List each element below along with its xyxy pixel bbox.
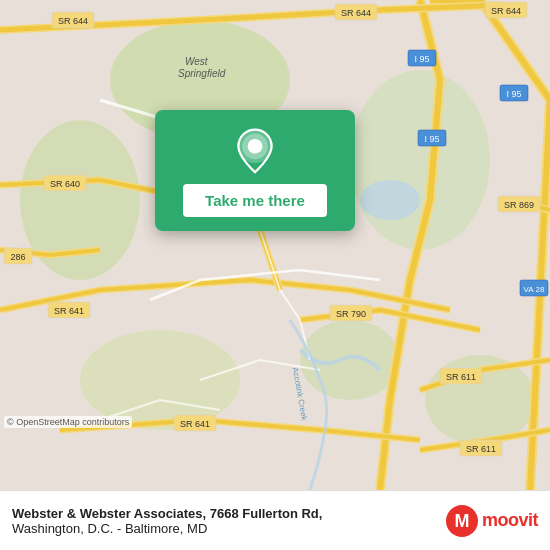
svg-text:I 95: I 95 bbox=[424, 134, 439, 144]
svg-point-45 bbox=[248, 139, 263, 154]
svg-text:I 95: I 95 bbox=[506, 89, 521, 99]
pin-icon bbox=[231, 126, 279, 174]
location-card[interactable]: Take me there bbox=[155, 110, 355, 231]
svg-text:Springfield: Springfield bbox=[178, 68, 226, 79]
svg-text:SR 644: SR 644 bbox=[58, 16, 88, 26]
svg-text:SR 644: SR 644 bbox=[341, 8, 371, 18]
svg-text:SR 611: SR 611 bbox=[446, 372, 476, 382]
svg-text:M: M bbox=[454, 511, 469, 531]
city-line: Washington, D.C. - Baltimore, MD bbox=[12, 521, 322, 536]
moovit-text: moovit bbox=[482, 510, 538, 531]
svg-point-5 bbox=[80, 330, 240, 430]
svg-text:SR 644: SR 644 bbox=[491, 6, 521, 16]
svg-text:SR 790: SR 790 bbox=[336, 309, 366, 319]
osm-credit: © OpenStreetMap contributors bbox=[4, 416, 132, 428]
svg-text:SR 640: SR 640 bbox=[50, 179, 80, 189]
svg-text:West: West bbox=[185, 56, 209, 67]
address-line: Webster & Webster Associates, 7668 Fulle… bbox=[12, 506, 322, 521]
svg-text:I 95: I 95 bbox=[414, 54, 429, 64]
svg-text:SR 611: SR 611 bbox=[466, 444, 496, 454]
svg-text:SR 869: SR 869 bbox=[504, 200, 534, 210]
moovit-icon-svg: M bbox=[446, 505, 478, 537]
svg-point-7 bbox=[360, 180, 420, 220]
svg-text:VA 28: VA 28 bbox=[524, 285, 545, 294]
address-block: Webster & Webster Associates, 7668 Fulle… bbox=[12, 506, 322, 536]
take-me-there-button[interactable]: Take me there bbox=[183, 184, 327, 217]
svg-text:SR 641: SR 641 bbox=[180, 419, 210, 429]
moovit-logo[interactable]: M moovit bbox=[446, 505, 538, 537]
map-container: SR 644 SR 644 SR 644 I 95 I 95 I 95 VA S… bbox=[0, 0, 550, 490]
bottom-bar: Webster & Webster Associates, 7668 Fulle… bbox=[0, 490, 550, 550]
svg-text:SR 641: SR 641 bbox=[54, 306, 84, 316]
svg-text:286: 286 bbox=[10, 252, 25, 262]
